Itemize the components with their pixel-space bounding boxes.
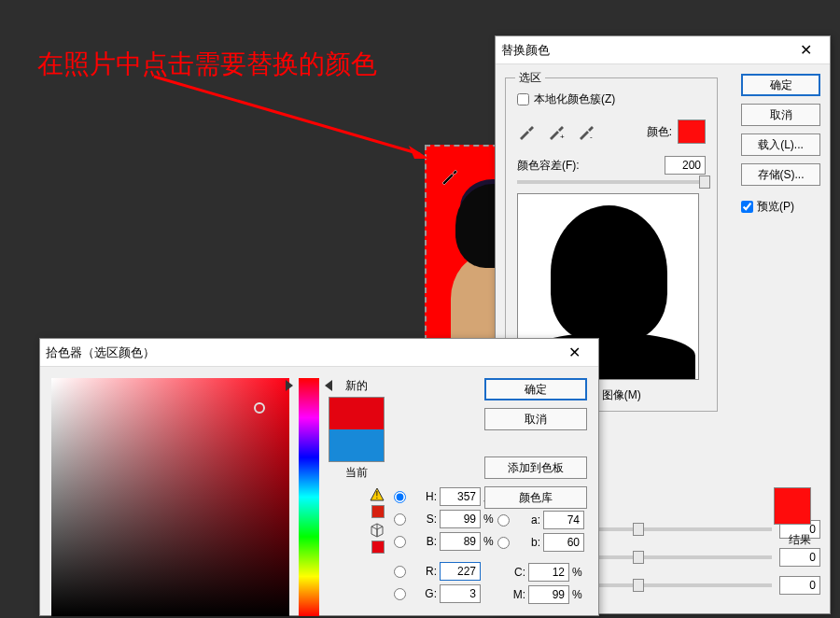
- gamut-warning-icon[interactable]: !: [370, 487, 385, 502]
- current-label: 当前: [345, 465, 368, 481]
- picker-cancel-button[interactable]: 取消: [484, 408, 587, 430]
- color-field[interactable]: [51, 378, 289, 616]
- replace-color-titlebar[interactable]: 替换颜色 ✕: [496, 36, 830, 64]
- slider-thumb[interactable]: [699, 176, 710, 189]
- color-picker-titlebar[interactable]: 拾色器（选区颜色） ✕: [40, 339, 598, 367]
- localized-clusters-checkbox[interactable]: 本地化颜色簇(Z): [517, 91, 706, 107]
- new-color: [329, 398, 384, 429]
- svg-text:-: -: [590, 133, 593, 141]
- eyedropper-cursor-icon: [440, 167, 458, 186]
- close-icon[interactable]: ✕: [787, 39, 824, 62]
- color-picker-title: 拾色器（选区颜色）: [46, 344, 155, 361]
- current-color[interactable]: [329, 429, 384, 461]
- result-color-swatch[interactable]: [774, 487, 811, 525]
- result-input-2[interactable]: [779, 548, 820, 567]
- slider-thumb[interactable]: [633, 551, 644, 564]
- selection-legend: 选区: [515, 70, 545, 86]
- color-preview-swatch: [329, 397, 385, 462]
- cube-icon[interactable]: [370, 523, 385, 538]
- svg-text:!: !: [376, 490, 379, 500]
- slider-thumb[interactable]: [633, 523, 644, 536]
- slider-thumb[interactable]: [633, 579, 644, 592]
- fuzziness-input[interactable]: [665, 156, 706, 175]
- h-input[interactable]: [440, 487, 481, 506]
- hue-cursor: [293, 380, 325, 391]
- eyedropper-subtract-icon[interactable]: -: [577, 122, 595, 141]
- hue-slider[interactable]: [299, 378, 319, 616]
- picker-ok-button[interactable]: 确定: [484, 378, 587, 400]
- fuzziness-slider[interactable]: [517, 180, 704, 184]
- r-input[interactable]: [440, 562, 481, 581]
- m-input[interactable]: [528, 585, 569, 604]
- ok-button[interactable]: 确定: [741, 74, 820, 96]
- a-input[interactable]: [543, 511, 584, 529]
- radio-a[interactable]: [497, 514, 510, 527]
- preview-silhouette-head: [551, 205, 667, 341]
- radio-h[interactable]: [394, 491, 406, 503]
- color-picker-dialog: 拾色器（选区颜色） ✕ 新的 当前 ! H:度 S:% B:% R: G:: [39, 338, 599, 616]
- c-input[interactable]: [528, 563, 569, 582]
- annotation-text: 在照片中点击需要替换的颜色: [37, 47, 377, 82]
- svg-text:+: +: [560, 133, 565, 141]
- websafe-swatch[interactable]: [371, 541, 385, 554]
- save-button[interactable]: 存储(S)...: [741, 163, 820, 186]
- gamut-closest-swatch[interactable]: [371, 505, 385, 518]
- replace-color-title: 替换颜色: [501, 42, 550, 59]
- color-libraries-button[interactable]: 颜色库: [484, 486, 587, 509]
- radio-g[interactable]: [394, 588, 406, 600]
- result-input-3[interactable]: [779, 576, 820, 595]
- add-swatch-button[interactable]: 添加到色板: [484, 456, 587, 479]
- cancel-button[interactable]: 取消: [741, 104, 820, 126]
- lab-b-input[interactable]: [543, 533, 584, 552]
- new-label: 新的: [345, 378, 368, 394]
- radio-s[interactable]: [394, 513, 406, 526]
- svg-line-0: [154, 77, 420, 154]
- svg-marker-1: [409, 146, 429, 159]
- fuzziness-label: 颜色容差(F):: [517, 158, 580, 174]
- color-label: 颜色:: [647, 124, 672, 140]
- b-input[interactable]: [440, 532, 481, 551]
- radio-r[interactable]: [394, 566, 406, 578]
- radio-lab-b[interactable]: [497, 537, 510, 549]
- localized-clusters-input[interactable]: [517, 93, 529, 105]
- result-label: 结果: [789, 532, 811, 548]
- eyedropper-icon[interactable]: [517, 122, 536, 141]
- selection-color-swatch[interactable]: [678, 119, 706, 144]
- radio-b[interactable]: [394, 536, 406, 548]
- g-input[interactable]: [440, 584, 481, 603]
- color-field-cursor: [254, 402, 265, 414]
- close-icon[interactable]: ✕: [555, 342, 593, 364]
- preview-checkbox[interactable]: 预览(P): [741, 199, 820, 215]
- load-button[interactable]: 载入(L)...: [741, 133, 820, 156]
- s-input[interactable]: [440, 510, 481, 528]
- eyedropper-add-icon[interactable]: +: [547, 122, 566, 141]
